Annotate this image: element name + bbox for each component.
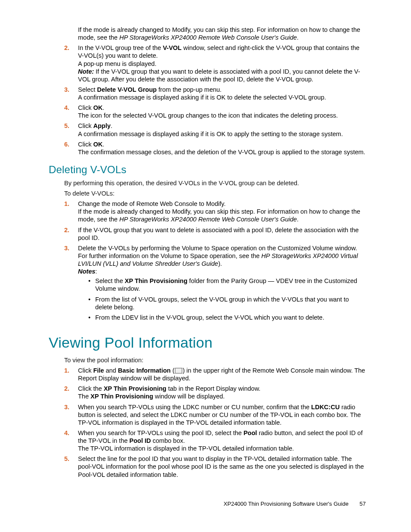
step-4: 4. When you search for TP-VOLs using the… <box>64 429 366 452</box>
t: Change the mode of Remote Web Console to… <box>78 200 226 207</box>
t: Select <box>78 86 97 93</box>
t: Click <box>78 122 93 129</box>
step-number: 1. <box>64 367 69 374</box>
intro-text: By performing this operation, the desire… <box>64 179 366 187</box>
step-number: 2. <box>64 226 69 234</box>
t: XP Thin Provisioning <box>90 393 153 400</box>
step-number: 2. <box>64 44 69 52</box>
t: Apply <box>93 122 110 129</box>
step-2: 2. If the V-VOL group that you want to d… <box>64 226 366 242</box>
step-number: 2. <box>64 385 69 392</box>
step-number: 4. <box>64 429 69 437</box>
lead-text: To view the pool information: <box>64 356 366 364</box>
t: Click <box>78 104 93 111</box>
t: Click the <box>78 385 104 392</box>
t: XP Thin Provisioning <box>104 385 167 392</box>
heading-viewing-pool: Viewing Pool Information <box>49 334 366 351</box>
step-5: 5. Click Apply. A confirmation message i… <box>64 122 366 137</box>
t: The TP-VOL information is displayed in t… <box>78 445 294 452</box>
step-4: 4. Click OK. The icon for the selected V… <box>64 104 366 119</box>
step-number: 6. <box>64 140 69 148</box>
prev-steps-continued: If the mode is already changed to Modify… <box>64 26 366 156</box>
t: In the V-VOL group tree of the <box>78 44 163 51</box>
t: Click <box>78 141 93 148</box>
t: OK <box>93 104 103 111</box>
footer-title: XP24000 Thin Provisioning Software User'… <box>224 501 349 507</box>
t: If the V-VOL group that you want to dele… <box>78 227 359 241</box>
basic-info-icon <box>175 368 182 373</box>
t: From the list of V-VOL groups, select th… <box>95 296 349 311</box>
t: Basic Information <box>118 367 171 374</box>
page-footer: XP24000 Thin Provisioning Software User'… <box>224 501 366 507</box>
period: . <box>297 34 299 41</box>
step-number: 3. <box>64 403 69 411</box>
t: File <box>93 367 104 374</box>
page-number: 57 <box>360 501 366 507</box>
step-1-cont: If the mode is already changed to Modify… <box>64 26 366 41</box>
t: V-VOL <box>163 44 182 51</box>
t: window will be displayed. <box>153 393 225 400</box>
step-number: 5. <box>64 455 69 463</box>
notes-label: Notes <box>78 268 95 275</box>
t: Pool <box>243 429 257 436</box>
delete-vvol-steps: 1. Change the mode of Remote Web Console… <box>64 200 366 321</box>
t: Pool ID <box>129 437 151 444</box>
t: When you search TP-VOLs using the LDKC n… <box>78 404 311 411</box>
t: Select the <box>95 277 125 284</box>
step-number: 3. <box>64 86 69 93</box>
step-2: 2. In the V-VOL group tree of the V-VOL … <box>64 44 366 83</box>
t: From the LDEV list in the V-VOL group, s… <box>95 314 324 321</box>
notes-list: Select the XP Thin Provisioning folder f… <box>88 277 366 321</box>
step-number: 1. <box>64 200 69 208</box>
step-1: 1. Change the mode of Remote Web Console… <box>64 200 366 223</box>
t: ). <box>218 260 222 267</box>
step-number: 5. <box>64 122 69 130</box>
lead-text: To delete V-VOLs: <box>64 190 366 197</box>
bullet-1: Select the XP Thin Provisioning folder f… <box>88 277 366 292</box>
t: and <box>104 367 118 374</box>
t: OK <box>93 141 103 148</box>
step-2: 2. Click the XP Thin Provisioning tab in… <box>64 385 366 400</box>
t: Select the line for the pool ID that you… <box>78 455 364 478</box>
t: The confirmation message closes, and the… <box>78 149 365 156</box>
step-6: 6. Click OK. The confirmation message cl… <box>64 140 366 156</box>
t: When you search for TP-VOLs using the po… <box>78 429 243 436</box>
step-3: 3. Select Delete V-VOL Group from the po… <box>64 86 366 101</box>
step-5: 5. Select the line for the pool ID that … <box>64 455 366 478</box>
t: tab in the Report Display window. <box>166 385 260 392</box>
pool-steps: 1. Click File and Basic Information () i… <box>64 367 366 479</box>
t: . <box>297 216 299 223</box>
guide-title: HP StorageWorks XP24000 Remote Web Conso… <box>119 34 297 41</box>
step-number: 3. <box>64 244 69 252</box>
t: Click <box>78 367 93 374</box>
page: If the mode is already changed to Modify… <box>0 0 411 532</box>
t: If the V-VOL group that you want to dele… <box>78 68 360 83</box>
t: XP Thin Provisioning <box>125 277 188 284</box>
t: : <box>95 268 97 275</box>
step-3: 3. When you search TP-VOLs using the LDK… <box>64 403 366 426</box>
step-3: 3. Delete the V-VOLs by performing the V… <box>64 244 366 321</box>
bullet-3: From the LDEV list in the V-VOL group, s… <box>88 314 366 321</box>
t: . <box>103 104 104 111</box>
t: ( <box>171 367 174 374</box>
t: LDKC:CU <box>311 404 339 411</box>
t: The icon for the selected V-VOL group ch… <box>78 112 338 119</box>
guide-title: HP StorageWorks XP24000 Remote Web Conso… <box>119 216 297 223</box>
t: A confirmation message is displayed aski… <box>78 131 343 137</box>
step-1: 1. Click File and Basic Information () i… <box>64 367 366 382</box>
step-number: 4. <box>64 104 69 112</box>
t: combo box. <box>151 437 185 444</box>
heading-deleting-vvols: Deleting V-VOLs <box>49 164 366 176</box>
t: . <box>111 122 112 129</box>
t: A confirmation message is displayed aski… <box>78 94 326 101</box>
t: from the pop-up menu. <box>157 86 222 93</box>
t: . <box>103 141 104 148</box>
bullet-2: From the list of V-VOL groups, select th… <box>88 296 366 311</box>
t: Delete V-VOL Group <box>97 86 156 93</box>
t: A pop-up menu is displayed. <box>78 60 156 67</box>
t: The <box>78 393 90 400</box>
note-label: Note: <box>78 68 94 75</box>
